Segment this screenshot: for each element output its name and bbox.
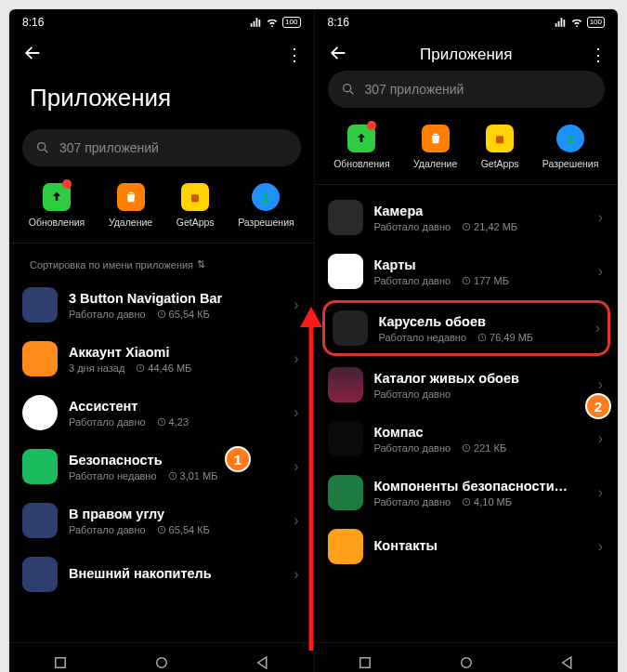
quick-permissions[interactable]: Разрешения — [238, 183, 294, 228]
status-icons: 100 — [554, 16, 605, 29]
quick-getapps[interactable]: GetApps — [176, 183, 215, 228]
quick-updates[interactable]: Обновления — [29, 183, 85, 228]
app-icon — [328, 367, 363, 402]
app-size: 221 КБ — [462, 442, 506, 454]
app-row[interactable]: КомпасРаботало давно221 КБ› — [315, 412, 619, 466]
chevron-right-icon: › — [596, 538, 605, 555]
quick-updates[interactable]: Обновления — [333, 125, 389, 169]
nav-bar — [9, 642, 314, 672]
battery-icon: 100 — [282, 17, 300, 28]
app-size: 65,54 КБ — [157, 309, 210, 320]
app-status: Работало давно — [69, 416, 146, 428]
app-text: КомпасРаботало давно221 КБ — [374, 425, 585, 454]
back-button[interactable] — [328, 43, 348, 67]
chevron-right-icon: › — [292, 566, 300, 583]
quick-permissions[interactable]: Разрешения — [542, 125, 598, 169]
app-meta: Работало недавно76,49 МБ — [379, 332, 582, 343]
svg-rect-20 — [360, 657, 371, 667]
app-row[interactable]: Карусель обоевРаботало недавно76,49 МБ› — [322, 300, 611, 356]
status-time: 8:16 — [328, 16, 349, 29]
app-status: Работало давно — [69, 524, 146, 535]
back-button[interactable] — [22, 43, 43, 67]
app-row[interactable]: КартыРаботало давно177 МБ› — [315, 244, 619, 298]
app-text: 3 Button Navigation BarРаботало давно65,… — [69, 291, 281, 320]
app-list-left[interactable]: 3 Button Navigation BarРаботало давно65,… — [9, 278, 314, 642]
app-name: Ассистент — [69, 399, 281, 414]
updates-badge — [62, 179, 72, 189]
app-row[interactable]: Аккаунт Xiaomi3 дня назад44,46 МБ› — [9, 332, 314, 386]
nav-recent[interactable] — [357, 654, 373, 671]
app-text: КартыРаботало давно177 МБ — [374, 257, 585, 286]
quick-delete[interactable]: Удаление — [413, 125, 457, 169]
app-meta: Работало давно4,23 — [69, 416, 281, 428]
quick-getapps[interactable]: GetApps — [481, 125, 519, 169]
app-row[interactable]: 3 Button Navigation BarРаботало давно65,… — [9, 278, 314, 332]
app-name: Внешний накопитель — [69, 566, 281, 581]
app-meta: Работало давно — [374, 389, 585, 400]
nav-back[interactable] — [255, 654, 271, 671]
nav-home[interactable] — [458, 654, 475, 671]
app-row[interactable]: Контакты› — [315, 520, 619, 573]
search-placeholder: 307 приложений — [365, 82, 464, 97]
app-name: 3 Button Navigation Bar — [69, 291, 281, 306]
app-size: 21,42 МБ — [462, 221, 517, 232]
quick-actions: Обновления Удаление GetApps Разрешения — [315, 119, 619, 184]
app-meta: Работало давно221 КБ — [374, 442, 585, 454]
app-size: 76,49 МБ — [477, 332, 533, 343]
chevron-right-icon: › — [596, 209, 605, 226]
svg-rect-2 — [191, 194, 199, 202]
chevron-right-icon: › — [292, 512, 300, 529]
app-size: 4,23 — [157, 416, 189, 428]
menu-button[interactable]: ⋮ — [281, 45, 301, 65]
chevron-right-icon: › — [292, 350, 300, 367]
search-icon — [341, 82, 356, 97]
app-name: Контакты — [374, 538, 585, 553]
battery-icon: 100 — [587, 17, 605, 28]
app-row[interactable]: Внешний накопитель› — [9, 547, 314, 601]
app-meta: Работало давно65,54 КБ — [69, 309, 281, 320]
search-input[interactable]: 307 приложений — [22, 129, 301, 166]
app-text: Компоненты безопасности…Работало давно4,… — [374, 479, 585, 507]
app-row[interactable]: КамераРаботало давно21,42 МБ› — [315, 191, 619, 244]
quick-delete[interactable]: Удаление — [109, 183, 152, 228]
bag-icon — [188, 190, 202, 204]
app-text: Контакты — [374, 538, 585, 556]
svg-point-11 — [343, 85, 350, 92]
app-text: Внешний накопитель — [69, 566, 281, 584]
page-title: Приложения — [9, 71, 314, 129]
app-bar: ⋮ — [9, 35, 314, 71]
app-row[interactable]: В правом углуРаботало давно65,54 КБ› — [9, 494, 314, 547]
app-bar: Приложения ⋮ — [315, 35, 619, 71]
status-bar: 8:16 100 — [315, 9, 619, 35]
app-name: Карты — [374, 257, 585, 272]
status-icons: 100 — [249, 16, 300, 29]
app-name: Аккаунт Xiaomi — [69, 345, 281, 360]
app-row[interactable]: Компоненты безопасности…Работало давно4,… — [315, 466, 619, 520]
app-meta: 3 дня назад44,46 МБ — [69, 362, 281, 374]
app-name: Компас — [374, 425, 585, 440]
menu-button[interactable]: ⋮ — [584, 45, 605, 65]
signal-icon — [554, 16, 567, 29]
app-size: 4,10 МБ — [462, 496, 512, 507]
nav-home[interactable] — [153, 654, 170, 671]
app-row[interactable]: АссистентРаботало давно4,23› — [9, 386, 314, 440]
app-size: 3,01 МБ — [168, 470, 218, 481]
app-size: 65,54 КБ — [157, 524, 210, 535]
sort-control[interactable]: Сортировка по имени приложения ⇅ — [9, 249, 314, 278]
app-size: 44,46 МБ — [136, 362, 191, 374]
app-name: Каталог живых обоев — [374, 371, 585, 386]
nav-back[interactable] — [559, 654, 576, 671]
app-list-right[interactable]: КамераРаботало давно21,42 МБ›КартыРабота… — [315, 191, 619, 642]
app-icon — [22, 557, 58, 592]
search-input[interactable]: 307 приложений — [328, 71, 606, 108]
app-text: Карусель обоевРаботало недавно76,49 МБ — [379, 314, 582, 343]
app-meta: Работало давно177 МБ — [374, 275, 585, 286]
app-row[interactable]: Каталог живых обоевРаботало давно› — [315, 358, 619, 412]
search-placeholder: 307 приложений — [59, 140, 159, 155]
signal-icon — [249, 16, 262, 29]
app-row[interactable]: БезопасностьРаботало недавно3,01 МБ› — [9, 440, 314, 494]
divider — [315, 184, 619, 185]
chevron-right-icon: › — [596, 430, 605, 447]
nav-recent[interactable] — [52, 654, 69, 671]
app-meta: Работало давно4,10 МБ — [374, 496, 585, 507]
